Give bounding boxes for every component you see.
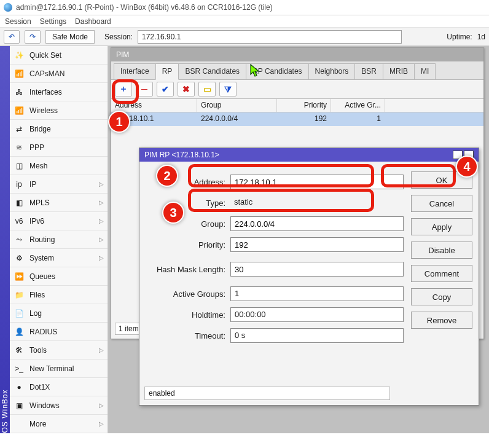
disable-button-dlg[interactable]: Disable [411, 242, 472, 259]
nav-label: CAPsMAN [29, 69, 65, 78]
cancel-button[interactable]: Cancel [411, 195, 472, 212]
rp-dialog-min-icon[interactable] [453, 151, 463, 159]
tab-bsr[interactable]: BSR [354, 63, 383, 79]
capsman-icon: 📶 [14, 69, 25, 78]
nav-label: Routing [29, 235, 55, 244]
ipv6-icon: v6 [14, 217, 25, 226]
sidebar-tag-text: RouterOS WinBox [1, 389, 9, 433]
remove-item-button[interactable]: ─ [136, 82, 153, 96]
chevron-right-icon: ▷ [99, 236, 104, 243]
menubar: Session Settings Dashboard [0, 15, 489, 28]
dot1x-icon: ● [14, 383, 25, 391]
input-group[interactable] [230, 216, 404, 231]
nav-item-mesh[interactable]: ◫Mesh [10, 157, 108, 175]
comment-button-dlg[interactable]: Comment [411, 265, 472, 282]
rp-status: enabled [144, 387, 390, 400]
nav-item-ip[interactable]: ipIP▷ [10, 175, 108, 194]
window-title: admin@172.16.90.1 (R-Point) - WinBox (64… [16, 3, 273, 12]
tab-interface[interactable]: Interface [114, 63, 156, 79]
nav-item-radius[interactable]: 👤RADIUS [10, 323, 108, 341]
redo-icon: ↷ [29, 33, 36, 41]
nav-item-more[interactable]: More▷ [10, 415, 108, 433]
remove-button[interactable]: Remove [411, 312, 472, 329]
nav-label: Quick Set [29, 51, 61, 60]
cell-group: 224.0.0.0/4 [197, 112, 277, 126]
radius-icon: 👤 [14, 328, 25, 336]
navigation-panel: ✨Quick Set📶CAPsMAN🖧Interfaces📶Wireless⇄B… [10, 46, 108, 433]
col-group[interactable]: Group [197, 99, 277, 112]
rp-buttons: OK Cancel Apply Disable Comment Copy Rem… [411, 171, 472, 346]
tab-rp-candidates[interactable]: RP Candidates [246, 63, 309, 79]
comment-button[interactable]: ▭ [198, 82, 216, 96]
nav-label: Tools [29, 346, 47, 355]
value-type: static [230, 195, 404, 210]
menu-settings[interactable]: Settings [40, 17, 66, 26]
disable-button[interactable]: ✖ [178, 82, 195, 96]
nav-item-windows[interactable]: ▣Windows▷ [10, 396, 108, 415]
tab-mrib[interactable]: MRIB [383, 63, 415, 79]
label-hash: Hash Mask Length: [146, 265, 230, 274]
window-titlebar: admin@172.16.90.1 (R-Point) - WinBox (64… [0, 0, 489, 15]
grid-row[interactable]: 172.18.10.1 224.0.0.0/4 192 1 [111, 112, 483, 126]
pim-toolbar: ＋ ─ ✔ ✖ ▭ ⧩ [111, 80, 483, 98]
nav-label: Mesh [29, 162, 47, 170]
nav-item-new-terminal[interactable]: >_New Terminal [10, 360, 108, 378]
chevron-right-icon: ▷ [99, 199, 104, 206]
nav-item-queues[interactable]: ⏩Queues [10, 267, 108, 286]
system-icon: ⚙ [14, 254, 25, 262]
apply-button[interactable]: Apply [411, 218, 472, 235]
copy-button[interactable]: Copy [411, 288, 472, 305]
redo-button[interactable]: ↷ [25, 30, 41, 44]
menu-session[interactable]: Session [5, 17, 31, 26]
col-active-groups[interactable]: Active Gr... [331, 99, 385, 112]
files-icon: 📁 [14, 291, 25, 299]
cell-priority: 192 [277, 112, 331, 126]
safe-mode-button[interactable]: Safe Mode [45, 30, 95, 44]
nav-item-capsman[interactable]: 📶CAPsMAN [10, 65, 108, 83]
nav-item-ppp[interactable]: ≋PPP [10, 138, 108, 157]
label-type: Type: [146, 198, 230, 208]
input-address[interactable] [230, 175, 404, 189]
input-hash[interactable] [230, 262, 404, 277]
tools-icon: 🛠 [14, 346, 25, 355]
uptime-label: Uptime: [447, 33, 472, 41]
tab-mi[interactable]: MI [414, 63, 436, 79]
nav-item-dot1x[interactable]: ●Dot1X [10, 378, 108, 396]
tab-neighbors[interactable]: Neighbors [308, 63, 356, 79]
undo-icon: ↶ [9, 33, 15, 41]
grid-header: Address Group Priority Active Gr... [111, 99, 483, 112]
nav-item-tools[interactable]: 🛠Tools▷ [10, 341, 108, 360]
chevron-right-icon: ▷ [99, 420, 104, 427]
nav-label: IPv6 [29, 217, 44, 226]
menu-dashboard[interactable]: Dashboard [75, 17, 111, 26]
nav-item-interfaces[interactable]: 🖧Interfaces [10, 83, 108, 101]
nav-item-system[interactable]: ⚙System▷ [10, 249, 108, 267]
nav-item-log[interactable]: 📄Log [10, 304, 108, 323]
nav-item-wireless[interactable]: 📶Wireless [10, 101, 108, 120]
filter-button[interactable]: ⧩ [219, 82, 237, 96]
nav-item-ipv6[interactable]: v6IPv6▷ [10, 212, 108, 230]
pim-tabs: InterfaceRPBSR CandidatesRP CandidatesNe… [111, 61, 483, 80]
rp-dialog-close-icon[interactable] [464, 151, 474, 159]
nav-item-routing[interactable]: ⤳Routing▷ [10, 230, 108, 249]
undo-button[interactable]: ↶ [4, 30, 20, 44]
enable-button[interactable]: ✔ [157, 82, 174, 96]
nav-item-bridge[interactable]: ⇄Bridge [10, 120, 108, 138]
cell-address: 172.18.10.1 [111, 112, 197, 126]
nav-item-files[interactable]: 📁Files [10, 286, 108, 304]
ok-button[interactable]: OK [411, 171, 472, 189]
value-hold: 00:00:00 [230, 307, 404, 322]
col-address[interactable]: Address [111, 99, 197, 112]
ip-icon: ip [14, 180, 25, 189]
input-priority[interactable] [230, 237, 404, 252]
nav-label: Log [29, 309, 42, 318]
col-priority[interactable]: Priority [277, 99, 331, 112]
tab-rp[interactable]: RP [155, 63, 179, 80]
add-button[interactable]: ＋ [115, 82, 132, 96]
tab-bsr-candidates[interactable]: BSR Candidates [178, 63, 246, 79]
nav-item-mpls[interactable]: ◧MPLS▷ [10, 194, 108, 212]
chevron-right-icon: ▷ [99, 254, 104, 261]
session-value[interactable]: 172.16.90.1 [138, 30, 402, 44]
nav-item-quick-set[interactable]: ✨Quick Set [10, 46, 108, 65]
quick-set-icon: ✨ [14, 51, 25, 60]
